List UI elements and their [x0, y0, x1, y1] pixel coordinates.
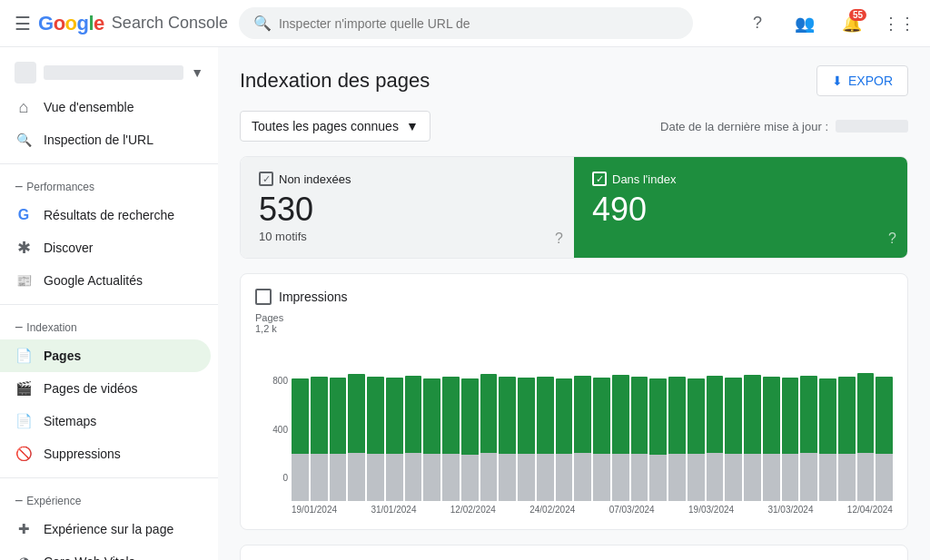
in-index-help-icon[interactable]: ? — [888, 231, 896, 247]
section-header-indexation[interactable]: − Indexation — [0, 312, 218, 339]
chart-bar — [631, 338, 648, 501]
section-label-experience: Expérience — [26, 495, 81, 507]
help-icon[interactable]: ? — [741, 7, 774, 40]
section-label-indexation: Indexation — [26, 321, 76, 334]
sidebar-item-pages[interactable]: 📄 Pages — [0, 339, 211, 372]
news-icon: 📰 — [15, 271, 33, 290]
non-indexed-help-icon[interactable]: ? — [555, 231, 563, 247]
y-tick-1: 0 — [255, 473, 288, 483]
chart-bar — [348, 338, 365, 501]
section-header-performances[interactable]: − Performances — [0, 172, 218, 199]
non-indexed-checkbox[interactable]: ✓ — [259, 172, 273, 186]
page-header: Indexation des pages ⬇ EXPOR — [240, 65, 908, 96]
chart-bar — [311, 338, 328, 501]
bottom-link-card[interactable]: ✓ Afficher les données concernant les pa… — [240, 545, 908, 560]
sitemap-icon: 📄 — [15, 412, 33, 430]
chart-bar — [612, 338, 629, 501]
non-indexed-label: Non indexées — [279, 172, 351, 186]
notifications-icon[interactable]: 🔔 55 — [836, 7, 868, 40]
sidebar-item-url-inspection[interactable]: 🔍 Inspection de l'URL — [0, 123, 211, 156]
accounts-icon[interactable]: 👥 — [788, 7, 821, 40]
divider-2 — [0, 304, 218, 305]
non-indexed-card: ✓ Non indexées 530 10 motifs ? — [241, 157, 574, 258]
chevron-performances-icon: − — [15, 179, 23, 195]
chart-bar — [857, 338, 875, 501]
search-bar[interactable]: 🔍 — [239, 7, 693, 39]
magnify-icon: 🔍 — [15, 131, 33, 149]
search-icon: 🔍 — [253, 15, 272, 32]
x-label-7: 31/03/2024 — [767, 505, 813, 515]
search-input[interactable] — [279, 16, 678, 31]
chart-x-axis: 19/01/2024 31/01/2024 12/02/2024 24/02/2… — [255, 505, 893, 515]
gauge-icon: ◕ — [15, 553, 33, 560]
sidebar-item-removals[interactable]: 🚫 Suppressions — [0, 437, 211, 470]
chart: Pages 1,2 k 800 400 0 19/01/2024 — [255, 312, 893, 515]
section-label-performances: Performances — [26, 181, 94, 193]
chart-bar — [442, 338, 460, 501]
pages-filter-dropdown[interactable]: Toutes les pages connues ▼ — [240, 111, 430, 142]
block-icon: 🚫 — [15, 445, 33, 463]
in-index-value: 490 — [592, 193, 889, 226]
index-cards: ✓ Non indexées 530 10 motifs ? ✓ Dans l'… — [240, 156, 908, 259]
x-label-4: 24/02/2024 — [529, 505, 575, 515]
filter-label: Toutes les pages connues — [252, 119, 399, 133]
pages-icon: 📄 — [15, 347, 33, 365]
chart-bar — [480, 338, 498, 501]
chart-area: 800 400 0 — [255, 338, 893, 501]
chart-bar — [782, 338, 799, 501]
non-indexed-value: 530 — [259, 193, 556, 226]
sidebar-item-search-results[interactable]: G Résultats de recherche — [0, 199, 211, 231]
sidebar-item-discover[interactable]: ✱ Discover — [0, 231, 211, 264]
chart-bar — [499, 338, 516, 501]
apps-icon[interactable]: ⋮⋮ — [883, 7, 915, 40]
section-header-experience[interactable]: − Expérience — [0, 486, 218, 513]
x-label-8: 12/04/2024 — [847, 505, 893, 515]
chart-bar — [574, 338, 591, 501]
impressions-checkbox[interactable] — [255, 289, 272, 305]
in-index-card: ✓ Dans l'index 490 ? — [574, 157, 907, 258]
chart-bar — [330, 338, 347, 501]
export-button[interactable]: ⬇ EXPOR — [816, 65, 908, 96]
chart-bar — [725, 338, 742, 501]
topbar-actions: ? 👥 🔔 55 ⋮⋮ — [741, 7, 915, 40]
chart-bar — [876, 338, 893, 501]
main-content: Indexation des pages ⬇ EXPOR Toutes les … — [218, 47, 930, 560]
sidebar-item-overview[interactable]: ⌂ Vue d'ensemble — [0, 91, 211, 123]
chart-bar — [668, 338, 686, 501]
chart-bar — [593, 338, 610, 501]
divider-3 — [0, 477, 218, 478]
in-index-label: Dans l'index — [612, 172, 676, 186]
chart-bar — [367, 338, 384, 501]
sidebar-item-google-news[interactable]: 📰 Google Actualités — [0, 264, 211, 297]
chart-bar — [688, 338, 705, 501]
chart-bar — [556, 338, 573, 501]
x-label-6: 19/03/2024 — [688, 505, 734, 515]
chevron-indexation-icon: − — [15, 319, 23, 336]
impressions-row: Impressions — [255, 289, 893, 305]
video-icon: 🎬 — [15, 379, 33, 398]
property-selector[interactable]: ▼ — [0, 54, 218, 91]
chart-bars — [292, 338, 893, 501]
google-g-icon: G — [15, 206, 33, 224]
sidebar-item-page-experience[interactable]: ✚ Expérience sur la page — [0, 513, 211, 545]
sidebar-item-core-web-vitals[interactable]: ◕ Core Web Vitals — [0, 545, 211, 560]
x-label-5: 07/03/2024 — [609, 505, 655, 515]
sidebar-item-video-pages[interactable]: 🎬 Pages de vidéos — [0, 372, 211, 405]
menu-icon[interactable]: ☰ — [15, 13, 31, 34]
chart-container: Impressions Pages 1,2 k 800 400 0 — [240, 273, 908, 530]
notification-badge: 55 — [849, 9, 866, 21]
property-name — [44, 65, 183, 80]
chart-bar — [744, 338, 761, 501]
plus-circle-icon: ✚ — [15, 520, 33, 538]
non-indexed-subtitle: 10 motifs — [259, 230, 556, 243]
chart-bar — [518, 338, 535, 501]
non-indexed-checkbox-row: ✓ Non indexées — [259, 172, 556, 186]
in-index-checkbox[interactable]: ✓ — [592, 172, 607, 186]
chevron-experience-icon: − — [15, 493, 23, 509]
y-tick-2: 400 — [255, 425, 288, 435]
x-label-1: 19/01/2024 — [292, 505, 337, 515]
chart-bar — [819, 338, 836, 501]
sidebar-item-sitemaps[interactable]: 📄 Sitemaps — [0, 405, 211, 437]
in-index-checkbox-row: ✓ Dans l'index — [592, 172, 889, 186]
layout: ▼ ⌂ Vue d'ensemble 🔍 Inspection de l'URL… — [0, 47, 930, 560]
